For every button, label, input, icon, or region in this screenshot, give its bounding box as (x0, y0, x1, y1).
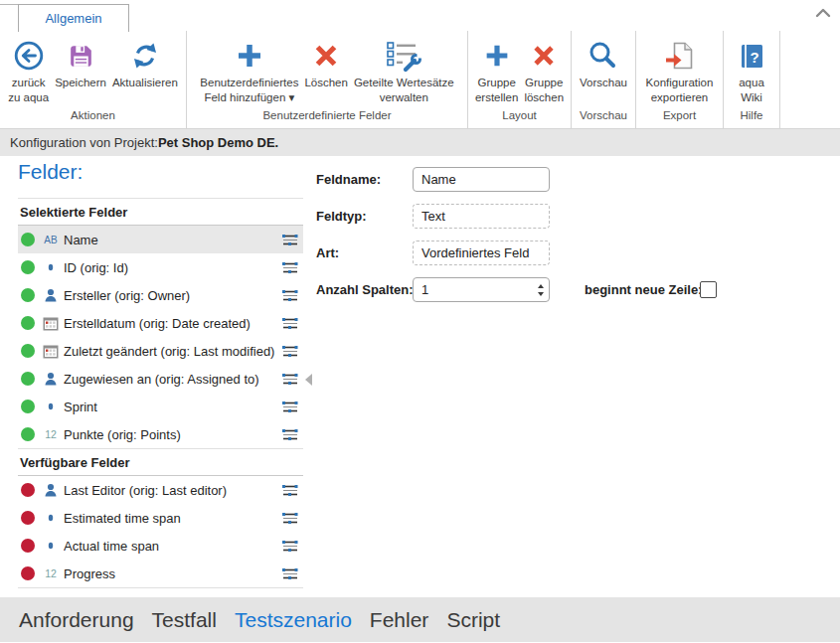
status-dot-icon (21, 566, 35, 580)
page-title: Felder: (18, 160, 83, 184)
refresh-button[interactable]: Aktualisieren (109, 34, 181, 92)
field-row-name[interactable]: AB Name (18, 226, 303, 253)
back-icon (12, 36, 46, 76)
drag-handle-icon[interactable] (282, 567, 298, 580)
user-field-icon (41, 288, 61, 302)
back-to-aqua-button[interactable]: zurück zu aqua (5, 34, 52, 107)
status-dot-icon (21, 400, 35, 413)
export-configuration-button[interactable]: Konfiguration exportieren (643, 34, 717, 107)
field-properties-form: Feldname: Feldtyp: Art: Anzahl Spalten: … (316, 156, 734, 474)
drag-handle-icon[interactable] (282, 234, 298, 246)
feldname-input[interactable] (413, 167, 550, 192)
field-row-actual-time-span[interactable]: Actual time span (18, 532, 303, 560)
save-icon (66, 36, 96, 76)
status-dot-icon (21, 511, 35, 525)
spin-up-icon[interactable] (538, 284, 544, 288)
drag-handle-icon[interactable] (282, 401, 298, 413)
feldname-label: Feldname: (316, 167, 381, 192)
beginnt-neue-zeile-checkbox[interactable] (700, 281, 717, 298)
collapse-panel-arrow-icon[interactable] (305, 374, 312, 386)
preview-button[interactable]: Vorschau (577, 34, 630, 92)
field-label: Zuletzt geändert (orig: Last modified) (64, 344, 282, 359)
spinner-arrows (538, 277, 544, 302)
add-icon (233, 36, 266, 76)
field-row-sprint[interactable]: Sprint (18, 393, 303, 420)
group-label-layout: Layout (468, 109, 571, 128)
configuration-bar: Konfiguration von Projekt: Pet Shop Demo… (0, 129, 840, 156)
status-dot-icon (21, 483, 35, 497)
save-button[interactable]: Speichern (52, 34, 109, 92)
field-label: Progress (64, 566, 282, 581)
group-label-benutzerdefinierte-felder: Benutzerdefinierte Felder (187, 109, 467, 128)
refresh-icon (129, 36, 161, 76)
drag-handle-icon[interactable] (282, 345, 298, 358)
tab-anforderung[interactable]: Anforderung (10, 608, 143, 632)
value-field-icon (41, 512, 61, 524)
field-row-erstelldatum[interactable]: Erstelldatum (orig: Date created) (18, 309, 303, 337)
field-row-ersteller[interactable]: Ersteller (orig: Owner) (18, 281, 303, 309)
delete-button[interactable]: Löschen (301, 34, 350, 92)
spin-down-icon[interactable] (538, 292, 544, 296)
selected-fields-header: Selektierte Felder (18, 198, 303, 226)
tab-allgemein[interactable]: Allgemein (18, 4, 129, 32)
field-row-estimated-time-span[interactable]: Estimated time span (18, 504, 303, 532)
add-custom-field-button[interactable]: Benutzerdefiniertes Feld hinzufügen ▾ (197, 34, 301, 107)
group-label-aktionen: Aktionen (0, 109, 186, 128)
feldtyp-input[interactable] (413, 204, 550, 229)
anzahl-spalten-input[interactable] (413, 277, 550, 302)
anzahl-spalten-label: Anzahl Spalten: (316, 277, 414, 302)
configuration-prefix: Konfiguration von Projekt: (10, 135, 158, 150)
group-label-hilfe: Hilfe (724, 109, 779, 128)
create-group-button[interactable]: Gruppe erstellen (472, 34, 521, 107)
add-icon (481, 36, 513, 76)
preview-icon (587, 36, 619, 76)
field-label: Erstelldatum (orig: Date created) (64, 316, 282, 331)
ribbon-group-layout: Gruppe erstellen Gruppe löschen Layout (468, 31, 572, 128)
drag-handle-icon[interactable] (282, 317, 298, 330)
drag-handle-icon[interactable] (282, 512, 298, 525)
field-row-zuletzt-geaendert[interactable]: Zuletzt geändert (orig: Last modified) (18, 337, 303, 365)
drag-handle-icon[interactable] (282, 373, 298, 386)
status-dot-icon (21, 316, 35, 330)
date-field-icon (41, 344, 61, 359)
field-row-progress[interactable]: 12 Progress (18, 560, 303, 587)
chevron-up-icon[interactable] (815, 7, 831, 19)
drag-handle-icon[interactable] (282, 289, 298, 302)
tab-testszenario[interactable]: Testszenario (226, 608, 361, 632)
project-name: Pet Shop Demo DE. (158, 135, 278, 150)
drag-handle-icon[interactable] (282, 261, 298, 274)
field-row-punkte[interactable]: 12 Punkte (orig: Points) (18, 420, 303, 448)
art-label: Art: (316, 241, 339, 265)
drag-handle-icon[interactable] (282, 484, 298, 497)
drag-handle-icon[interactable] (282, 540, 298, 553)
field-row-zugewiesen-an[interactable]: Zugewiesen an (orig: Assigned to) (18, 365, 303, 393)
art-input[interactable] (413, 241, 550, 265)
wiki-icon: ? (737, 36, 767, 76)
tab-fehler[interactable]: Fehler (361, 608, 438, 632)
status-dot-icon (21, 372, 35, 386)
delete-group-button[interactable]: Gruppe löschen (521, 34, 567, 107)
field-label: Punkte (orig: Points) (64, 427, 282, 442)
aqua-wiki-button[interactable]: ? aqua Wiki (734, 34, 770, 107)
date-field-icon (41, 316, 61, 331)
field-label: Zugewiesen an (orig: Assigned to) (64, 372, 282, 387)
field-label: Ersteller (orig: Owner) (64, 288, 282, 303)
field-label: ID (orig: Id) (64, 260, 282, 275)
ribbon: zurück zu aqua Speichern (0, 30, 840, 129)
drag-handle-icon[interactable] (282, 428, 298, 441)
ribbon-group-export: Konfiguration exportieren Export (636, 31, 724, 128)
field-row-id[interactable]: ID (orig: Id) (18, 253, 303, 281)
ribbon-group-hilfe: ? aqua Wiki Hilfe (724, 31, 780, 128)
manage-shared-value-sets-button[interactable]: Geteilte Wertesätze verwalten (351, 34, 457, 107)
tab-testfall[interactable]: Testfall (143, 608, 226, 632)
anzahl-spalten-stepper (413, 277, 550, 302)
ribbon-group-benutzerdefinierte-felder: Benutzerdefiniertes Feld hinzufügen ▾ Lö… (187, 31, 468, 128)
user-field-icon (41, 372, 61, 386)
group-label-vorschau: Vorschau (572, 109, 635, 128)
field-label: Estimated time span (64, 511, 282, 526)
field-row-last-editor[interactable]: Last Editor (orig: Last editor) (18, 476, 303, 504)
field-label: Actual time span (64, 539, 282, 554)
shared-value-sets-icon (386, 36, 422, 76)
tab-script[interactable]: Script (437, 608, 509, 632)
ribbon-group-aktionen: zurück zu aqua Speichern (0, 31, 187, 128)
